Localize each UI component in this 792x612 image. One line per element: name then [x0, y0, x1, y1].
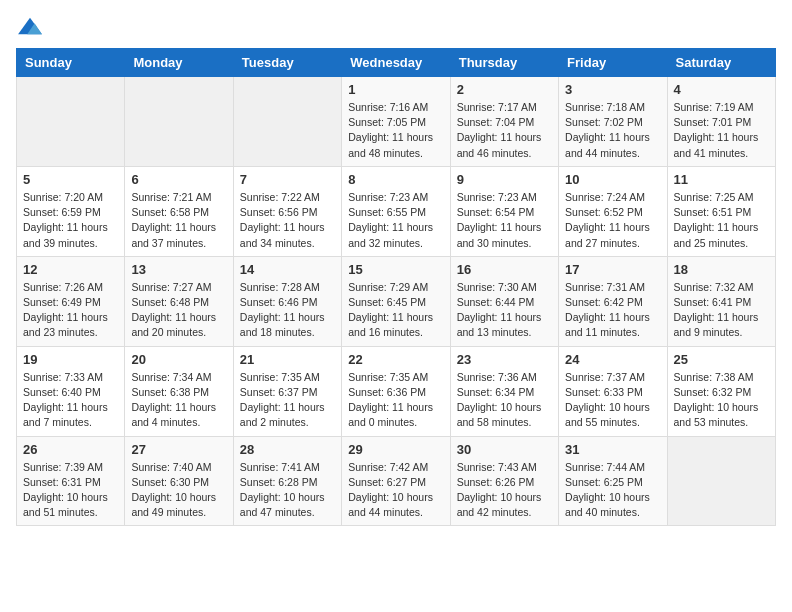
day-number: 31 — [565, 442, 660, 457]
week-row-5: 26Sunrise: 7:39 AM Sunset: 6:31 PM Dayli… — [17, 436, 776, 526]
day-number: 5 — [23, 172, 118, 187]
week-row-3: 12Sunrise: 7:26 AM Sunset: 6:49 PM Dayli… — [17, 256, 776, 346]
calendar-cell: 14Sunrise: 7:28 AM Sunset: 6:46 PM Dayli… — [233, 256, 341, 346]
day-info: Sunrise: 7:38 AM Sunset: 6:32 PM Dayligh… — [674, 370, 769, 431]
calendar-cell: 8Sunrise: 7:23 AM Sunset: 6:55 PM Daylig… — [342, 166, 450, 256]
day-info: Sunrise: 7:42 AM Sunset: 6:27 PM Dayligh… — [348, 460, 443, 521]
calendar-cell: 17Sunrise: 7:31 AM Sunset: 6:42 PM Dayli… — [559, 256, 667, 346]
calendar-cell: 4Sunrise: 7:19 AM Sunset: 7:01 PM Daylig… — [667, 77, 775, 167]
day-number: 27 — [131, 442, 226, 457]
day-info: Sunrise: 7:37 AM Sunset: 6:33 PM Dayligh… — [565, 370, 660, 431]
day-number: 11 — [674, 172, 769, 187]
day-number: 12 — [23, 262, 118, 277]
day-info: Sunrise: 7:36 AM Sunset: 6:34 PM Dayligh… — [457, 370, 552, 431]
day-info: Sunrise: 7:35 AM Sunset: 6:37 PM Dayligh… — [240, 370, 335, 431]
calendar-cell — [667, 436, 775, 526]
calendar-cell — [125, 77, 233, 167]
day-info: Sunrise: 7:28 AM Sunset: 6:46 PM Dayligh… — [240, 280, 335, 341]
day-number: 21 — [240, 352, 335, 367]
header-day-tuesday: Tuesday — [233, 49, 341, 77]
calendar-cell: 1Sunrise: 7:16 AM Sunset: 7:05 PM Daylig… — [342, 77, 450, 167]
day-info: Sunrise: 7:31 AM Sunset: 6:42 PM Dayligh… — [565, 280, 660, 341]
day-number: 22 — [348, 352, 443, 367]
calendar-table: SundayMondayTuesdayWednesdayThursdayFrid… — [16, 48, 776, 526]
day-number: 14 — [240, 262, 335, 277]
day-number: 17 — [565, 262, 660, 277]
calendar-cell: 22Sunrise: 7:35 AM Sunset: 6:36 PM Dayli… — [342, 346, 450, 436]
day-info: Sunrise: 7:23 AM Sunset: 6:55 PM Dayligh… — [348, 190, 443, 251]
day-info: Sunrise: 7:19 AM Sunset: 7:01 PM Dayligh… — [674, 100, 769, 161]
day-number: 26 — [23, 442, 118, 457]
header-day-saturday: Saturday — [667, 49, 775, 77]
calendar-cell: 6Sunrise: 7:21 AM Sunset: 6:58 PM Daylig… — [125, 166, 233, 256]
day-info: Sunrise: 7:34 AM Sunset: 6:38 PM Dayligh… — [131, 370, 226, 431]
day-info: Sunrise: 7:25 AM Sunset: 6:51 PM Dayligh… — [674, 190, 769, 251]
calendar-cell: 3Sunrise: 7:18 AM Sunset: 7:02 PM Daylig… — [559, 77, 667, 167]
day-info: Sunrise: 7:24 AM Sunset: 6:52 PM Dayligh… — [565, 190, 660, 251]
calendar-cell: 27Sunrise: 7:40 AM Sunset: 6:30 PM Dayli… — [125, 436, 233, 526]
day-info: Sunrise: 7:33 AM Sunset: 6:40 PM Dayligh… — [23, 370, 118, 431]
calendar-cell: 16Sunrise: 7:30 AM Sunset: 6:44 PM Dayli… — [450, 256, 558, 346]
calendar-cell: 20Sunrise: 7:34 AM Sunset: 6:38 PM Dayli… — [125, 346, 233, 436]
page-header — [16, 16, 776, 38]
calendar-cell: 28Sunrise: 7:41 AM Sunset: 6:28 PM Dayli… — [233, 436, 341, 526]
day-number: 30 — [457, 442, 552, 457]
calendar-cell: 13Sunrise: 7:27 AM Sunset: 6:48 PM Dayli… — [125, 256, 233, 346]
calendar-cell: 24Sunrise: 7:37 AM Sunset: 6:33 PM Dayli… — [559, 346, 667, 436]
calendar-cell: 7Sunrise: 7:22 AM Sunset: 6:56 PM Daylig… — [233, 166, 341, 256]
header-day-monday: Monday — [125, 49, 233, 77]
day-number: 7 — [240, 172, 335, 187]
day-info: Sunrise: 7:39 AM Sunset: 6:31 PM Dayligh… — [23, 460, 118, 521]
logo — [16, 16, 48, 38]
day-number: 1 — [348, 82, 443, 97]
day-number: 16 — [457, 262, 552, 277]
logo-icon — [16, 16, 44, 38]
calendar-cell: 19Sunrise: 7:33 AM Sunset: 6:40 PM Dayli… — [17, 346, 125, 436]
day-info: Sunrise: 7:29 AM Sunset: 6:45 PM Dayligh… — [348, 280, 443, 341]
header-day-friday: Friday — [559, 49, 667, 77]
calendar-cell: 21Sunrise: 7:35 AM Sunset: 6:37 PM Dayli… — [233, 346, 341, 436]
day-number: 13 — [131, 262, 226, 277]
day-info: Sunrise: 7:22 AM Sunset: 6:56 PM Dayligh… — [240, 190, 335, 251]
day-number: 9 — [457, 172, 552, 187]
day-info: Sunrise: 7:44 AM Sunset: 6:25 PM Dayligh… — [565, 460, 660, 521]
calendar-cell: 30Sunrise: 7:43 AM Sunset: 6:26 PM Dayli… — [450, 436, 558, 526]
calendar-cell: 25Sunrise: 7:38 AM Sunset: 6:32 PM Dayli… — [667, 346, 775, 436]
day-info: Sunrise: 7:30 AM Sunset: 6:44 PM Dayligh… — [457, 280, 552, 341]
calendar-cell: 10Sunrise: 7:24 AM Sunset: 6:52 PM Dayli… — [559, 166, 667, 256]
day-number: 15 — [348, 262, 443, 277]
day-info: Sunrise: 7:35 AM Sunset: 6:36 PM Dayligh… — [348, 370, 443, 431]
day-info: Sunrise: 7:18 AM Sunset: 7:02 PM Dayligh… — [565, 100, 660, 161]
day-number: 6 — [131, 172, 226, 187]
calendar-cell: 26Sunrise: 7:39 AM Sunset: 6:31 PM Dayli… — [17, 436, 125, 526]
day-info: Sunrise: 7:43 AM Sunset: 6:26 PM Dayligh… — [457, 460, 552, 521]
calendar-cell: 5Sunrise: 7:20 AM Sunset: 6:59 PM Daylig… — [17, 166, 125, 256]
day-info: Sunrise: 7:23 AM Sunset: 6:54 PM Dayligh… — [457, 190, 552, 251]
day-info: Sunrise: 7:21 AM Sunset: 6:58 PM Dayligh… — [131, 190, 226, 251]
day-number: 19 — [23, 352, 118, 367]
day-number: 23 — [457, 352, 552, 367]
calendar-cell: 12Sunrise: 7:26 AM Sunset: 6:49 PM Dayli… — [17, 256, 125, 346]
week-row-4: 19Sunrise: 7:33 AM Sunset: 6:40 PM Dayli… — [17, 346, 776, 436]
calendar-cell: 9Sunrise: 7:23 AM Sunset: 6:54 PM Daylig… — [450, 166, 558, 256]
calendar-cell: 11Sunrise: 7:25 AM Sunset: 6:51 PM Dayli… — [667, 166, 775, 256]
calendar-cell: 15Sunrise: 7:29 AM Sunset: 6:45 PM Dayli… — [342, 256, 450, 346]
day-number: 8 — [348, 172, 443, 187]
day-info: Sunrise: 7:27 AM Sunset: 6:48 PM Dayligh… — [131, 280, 226, 341]
day-number: 3 — [565, 82, 660, 97]
day-info: Sunrise: 7:40 AM Sunset: 6:30 PM Dayligh… — [131, 460, 226, 521]
calendar-cell — [233, 77, 341, 167]
day-info: Sunrise: 7:20 AM Sunset: 6:59 PM Dayligh… — [23, 190, 118, 251]
day-number: 25 — [674, 352, 769, 367]
day-info: Sunrise: 7:16 AM Sunset: 7:05 PM Dayligh… — [348, 100, 443, 161]
day-number: 28 — [240, 442, 335, 457]
day-info: Sunrise: 7:32 AM Sunset: 6:41 PM Dayligh… — [674, 280, 769, 341]
week-row-1: 1Sunrise: 7:16 AM Sunset: 7:05 PM Daylig… — [17, 77, 776, 167]
header-day-sunday: Sunday — [17, 49, 125, 77]
day-number: 20 — [131, 352, 226, 367]
calendar-cell: 23Sunrise: 7:36 AM Sunset: 6:34 PM Dayli… — [450, 346, 558, 436]
header-day-wednesday: Wednesday — [342, 49, 450, 77]
day-info: Sunrise: 7:26 AM Sunset: 6:49 PM Dayligh… — [23, 280, 118, 341]
header-day-thursday: Thursday — [450, 49, 558, 77]
day-number: 18 — [674, 262, 769, 277]
